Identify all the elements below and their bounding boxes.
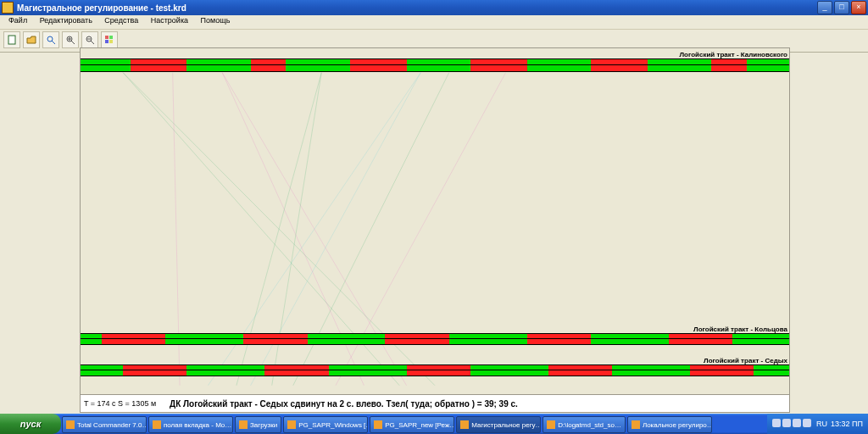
svg-line-6	[71, 41, 75, 44]
red-phase	[131, 59, 187, 71]
green-phase	[81, 334, 102, 344]
tb-new[interactable]	[3, 31, 20, 48]
close-button[interactable]: ×	[851, 1, 866, 14]
signal-row[interactable]	[81, 364, 789, 376]
menubar: Файл Редактировать Средства Настройка По…	[0, 15, 868, 30]
tb-find[interactable]	[42, 31, 59, 48]
zoom-out-icon	[85, 35, 95, 45]
window-title: Магистральное регулирование - test.krd	[17, 3, 817, 13]
app-icon	[2, 2, 14, 14]
task-icon	[66, 420, 75, 429]
task-icon	[287, 420, 296, 429]
green-phase	[286, 59, 349, 71]
status-left: T = 174 c S = 1305 м	[84, 399, 156, 408]
task-icon	[460, 420, 469, 429]
red-phase	[669, 334, 732, 344]
green-phase	[186, 365, 264, 376]
taskbar-item[interactable]: Загрузки	[235, 416, 281, 433]
tb-zoom-in[interactable]	[62, 31, 79, 48]
signal-row[interactable]	[81, 58, 789, 72]
tray-lang[interactable]: RU	[816, 420, 827, 428]
svg-rect-12	[105, 40, 108, 43]
green-phase	[648, 59, 711, 71]
task-icon	[153, 420, 161, 429]
row-label: Логойский тракт - Калиновского	[679, 51, 787, 58]
task-label: D:\logatmd_std_so…	[558, 421, 621, 429]
green-phase	[747, 59, 789, 71]
task-icon	[239, 420, 248, 429]
red-phase	[251, 59, 287, 71]
svg-line-2	[52, 41, 55, 44]
row-midline	[81, 64, 789, 65]
menu-help[interactable]: Помощь	[196, 15, 236, 25]
red-phase	[711, 59, 747, 71]
svg-line-9	[91, 41, 94, 44]
tb-zoom-out[interactable]	[81, 31, 98, 48]
taskbar-item[interactable]: Total Commander 7.0…	[62, 416, 147, 433]
green-phase	[732, 334, 789, 344]
row-label: Логойский тракт - Кольцова	[693, 326, 787, 333]
menu-edit[interactable]: Редактировать	[35, 15, 97, 25]
svg-rect-11	[109, 36, 113, 39]
folder-icon	[26, 35, 36, 45]
green-phase	[591, 334, 669, 344]
minimize-button[interactable]: _	[817, 1, 832, 14]
tb-grid[interactable]	[101, 31, 118, 48]
svg-rect-0	[8, 36, 15, 44]
task-label: PG_SAPR_new [Реж…	[385, 421, 454, 429]
maximize-button[interactable]: □	[834, 1, 849, 14]
taskbar: пуск Total Commander 7.0…полая вкладка -…	[0, 414, 868, 434]
taskbar-item[interactable]: D:\logatmd_std_so…	[542, 416, 626, 433]
green-phase	[407, 59, 470, 71]
titlebar: Магистральное регулирование - test.krd _…	[0, 0, 868, 15]
red-phase	[548, 365, 612, 376]
task-icon	[374, 420, 382, 429]
tray-time: 13:32 ПП	[831, 420, 863, 428]
svg-rect-13	[109, 40, 113, 43]
task-icon	[547, 420, 555, 429]
taskbar-item[interactable]: PG_SAPR_Windows […	[283, 416, 368, 433]
taskbar-item[interactable]: Локальное регулиро…	[627, 416, 712, 433]
red-phase	[102, 334, 165, 344]
menu-settings[interactable]: Настройка	[146, 15, 193, 25]
green-phase	[754, 365, 789, 376]
taskbar-item[interactable]: Магистральное регу…	[456, 416, 541, 433]
grid-icon	[104, 35, 114, 45]
green-phase	[81, 59, 131, 71]
task-label: Магистральное регу…	[471, 421, 541, 429]
row-midline	[81, 370, 789, 370]
red-phase	[385, 334, 448, 344]
green-phase	[165, 334, 243, 344]
green-phase	[81, 365, 123, 376]
page-icon	[7, 35, 17, 45]
start-button[interactable]: пуск	[0, 414, 61, 434]
tb-open[interactable]	[23, 31, 40, 48]
status-bar: T = 174 c S = 1305 м ДК Логойский тракт …	[80, 394, 790, 413]
system-tray[interactable]: RU 13:32 ПП	[767, 414, 868, 434]
signal-row[interactable]	[81, 333, 789, 345]
green-phase	[329, 365, 407, 376]
search-icon	[46, 35, 56, 45]
zoom-in-icon	[65, 35, 75, 45]
green-phase	[612, 365, 690, 376]
coordination-canvas[interactable]: Логойский тракт - КалиновскогоЛогойский …	[81, 48, 789, 396]
taskbar-item[interactable]: PG_SAPR_new [Реж…	[370, 416, 454, 433]
status-main: ДК Логойский тракт - Седых сдвинут на 2 …	[170, 399, 518, 409]
menu-file[interactable]: Файл	[3, 15, 32, 25]
row-label: Логойский тракт - Седых	[704, 357, 787, 364]
green-phase	[527, 59, 591, 71]
green-phase	[449, 334, 527, 344]
tray-icons	[772, 419, 813, 429]
red-phase	[690, 365, 754, 376]
red-phase	[591, 59, 648, 71]
menu-tools[interactable]: Средства	[99, 15, 143, 25]
window-buttons: _ □ ×	[817, 1, 866, 14]
taskbar-item[interactable]: полая вкладка - Mo…	[148, 416, 233, 433]
task-label: Загрузки	[250, 421, 277, 429]
row-midline	[81, 338, 789, 339]
svg-rect-10	[105, 36, 108, 39]
task-label: Локальное регулиро…	[643, 421, 712, 429]
red-phase	[123, 365, 186, 376]
task-icon	[632, 420, 640, 429]
red-phase	[264, 365, 328, 376]
